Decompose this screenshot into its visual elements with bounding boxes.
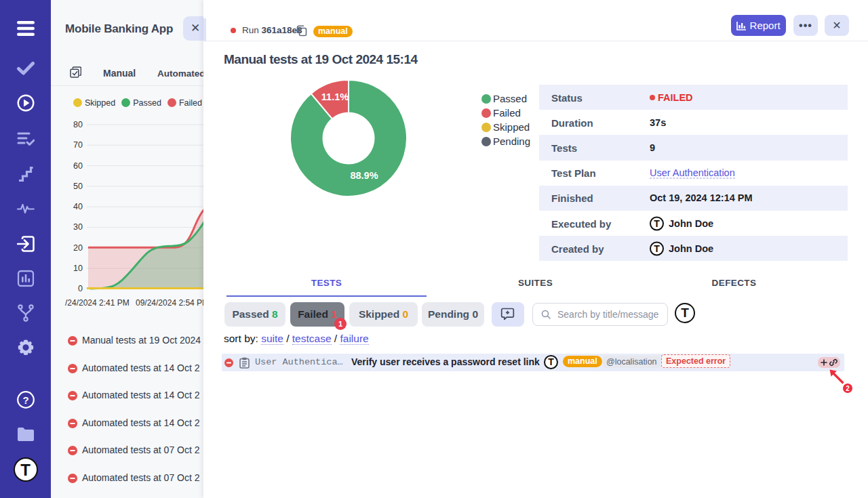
svg-text:2: 2 [846, 385, 850, 392]
svg-text:?: ? [22, 394, 28, 406]
svg-text:88.9%: 88.9% [350, 170, 378, 181]
svg-text:11.1%: 11.1% [321, 91, 349, 102]
